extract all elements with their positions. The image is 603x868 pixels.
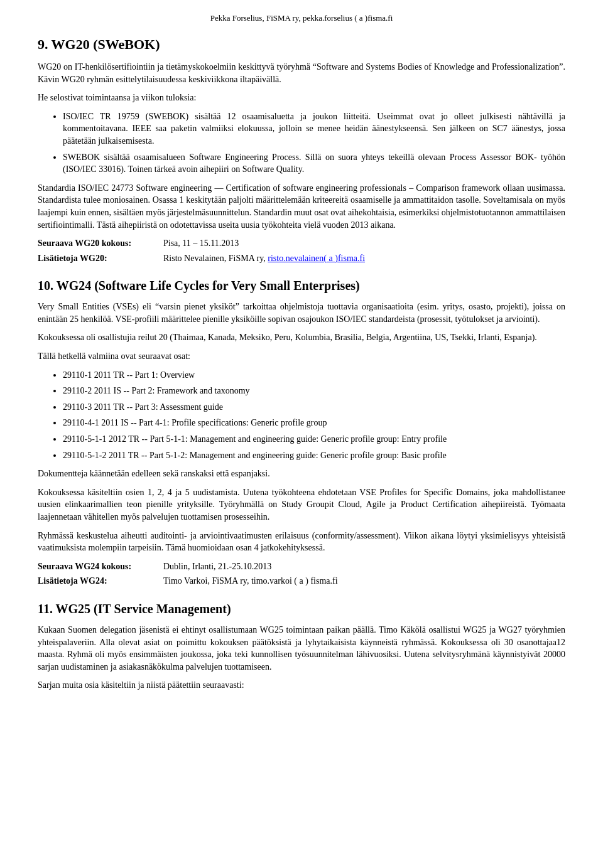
next-meeting-row: Seuraava WG20 kokous: Pisa, 11 – 15.11.2… [38, 237, 565, 250]
next-meeting-value: Pisa, 11 – 15.11.2013 [163, 237, 565, 250]
section10-para2: Kokouksessa oli osallistujia reilut 20 (… [38, 331, 565, 344]
section10-para4: Dokumentteja käännetään edelleen sekä ra… [38, 468, 565, 480]
section10-para3: Tällä hetkellä valmiina ovat seuraavat o… [38, 350, 565, 363]
section9-para1: WG20 on IT-henkilösertifiointiin ja tiet… [38, 61, 565, 85]
wg24-contact-label: Lisätietoja WG24: [38, 575, 163, 587]
section10-para6: Ryhmässä keskustelua aiheutti auditointi… [38, 530, 565, 554]
list-item: 29110-3 2011 TR -- Part 3: Assessment gu… [63, 401, 565, 414]
section10-list: 29110-1 2011 TR -- Part 1: Overview29110… [63, 369, 565, 462]
section10-heading: 10. WG24 (Software Life Cycles for Very … [38, 277, 565, 294]
section10-para5: Kokouksessa käsiteltiin osien 1, 2, 4 ja… [38, 486, 565, 523]
contact-row: Lisätietoja WG20: Risto Nevalainen, FiSM… [38, 252, 565, 265]
section9-para3: Standardia ISO/IEC 24773 Software engine… [38, 182, 565, 231]
wg24-next-meeting-label: Seuraava WG24 kokous: [38, 560, 163, 573]
list-item: SWEBOK sisältää osaamisalueen Software E… [63, 151, 565, 176]
section9-info: Seuraava WG20 kokous: Pisa, 11 – 15.11.2… [38, 237, 565, 264]
wg24-next-meeting-row: Seuraava WG24 kokous: Dublin, Irlanti, 2… [38, 560, 565, 573]
contact-value: Risto Nevalainen, FiSMA ry, risto.nevala… [163, 252, 565, 265]
wg24-contact-row: Lisätietoja WG24: Timo Varkoi, FiSMA ry,… [38, 575, 565, 587]
section10-para1: Very Small Entities (VSEs) eli “varsin p… [38, 301, 565, 325]
list-item: 29110-5-1-2 2011 TR -- Part 5-1-2: Manag… [63, 449, 565, 462]
contact-label: Lisätietoja WG20: [38, 252, 163, 265]
list-item: 29110-5-1-1 2012 TR -- Part 5-1-1: Manag… [63, 433, 565, 446]
list-item: 29110-4-1 2011 IS -- Part 4-1: Profile s… [63, 417, 565, 429]
section9-list: ISO/IEC TR 19759 (SWEBOK) sisältää 12 os… [63, 110, 565, 176]
next-meeting-label: Seuraava WG20 kokous: [38, 237, 163, 250]
section11-heading: 11. WG25 (IT Service Management) [38, 600, 565, 618]
list-item: ISO/IEC TR 19759 (SWEBOK) sisältää 12 os… [63, 110, 565, 147]
list-item: 29110-1 2011 TR -- Part 1: Overview [63, 369, 565, 382]
contact-link[interactable]: risto.nevalainen( a )fisma.fi [268, 254, 365, 263]
section11-para1: Kukaan Suomen delegation jäsenistä ei eh… [38, 624, 565, 673]
page-header: Pekka Forselius, FiSMA ry, pekka.forseli… [38, 13, 565, 24]
wg24-contact-value: Timo Varkoi, FiSMA ry, timo.varkoi ( a )… [163, 575, 565, 587]
section9-heading: 9. WG20 (SWeBOK) [38, 35, 565, 55]
wg24-next-meeting-value: Dublin, Irlanti, 21.-25.10.2013 [163, 560, 565, 573]
section9-para2: He selostivat toimintaansa ja viikon tul… [38, 92, 565, 104]
section11-para2: Sarjan muita osia käsiteltiin ja niistä … [38, 679, 565, 692]
list-item: 29110-2 2011 IS -- Part 2: Framework and… [63, 385, 565, 397]
section10-info: Seuraava WG24 kokous: Dublin, Irlanti, 2… [38, 560, 565, 587]
